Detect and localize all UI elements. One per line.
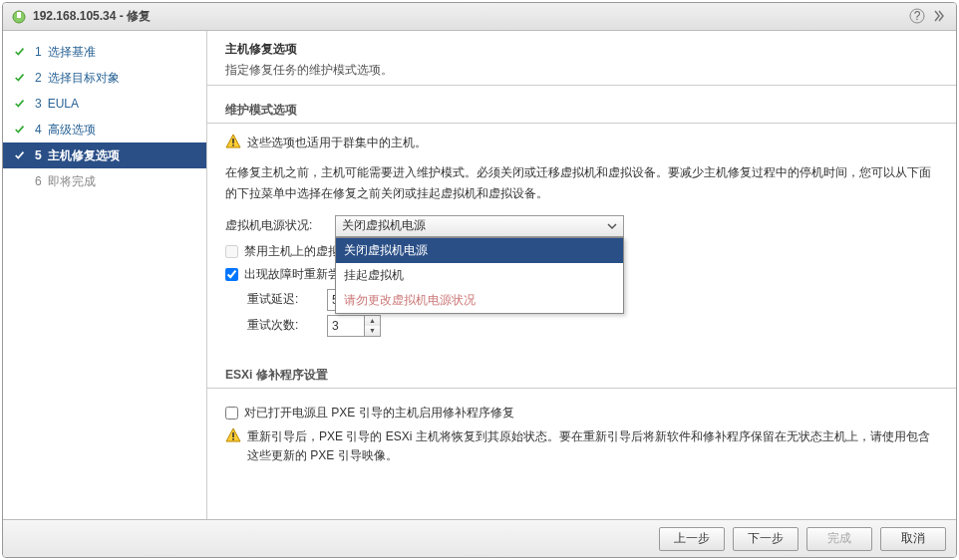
pxe-warning-text: 重新引导后，PXE 引导的 ESXi 主机将恢复到其原始状态。要在重新引导后将新… [247, 427, 938, 465]
check-icon [13, 174, 27, 188]
retry-count-input[interactable] [327, 315, 365, 337]
step-label: 主机修复选项 [48, 147, 120, 164]
check-icon [13, 148, 27, 162]
retry-count-label: 重试次数: [247, 317, 327, 334]
retry-delay-label: 重试延迟: [247, 291, 327, 308]
power-option[interactable]: 关闭虚拟机电源 [336, 238, 623, 263]
pxe-patch-checkbox[interactable] [225, 407, 238, 420]
help-button[interactable]: ? [908, 8, 926, 26]
step-label: 高级选项 [48, 122, 96, 139]
page-subtitle: 指定修复任务的维护模式选项。 [225, 62, 938, 79]
svg-rect-6 [232, 432, 234, 437]
power-state-dropdown[interactable]: 关闭虚拟机电源 关闭虚拟机电源挂起虚拟机请勿更改虚拟机电源状况 [335, 215, 624, 237]
power-state-options: 关闭虚拟机电源挂起虚拟机请勿更改虚拟机电源状况 [335, 237, 624, 314]
check-icon [13, 45, 27, 59]
spin-up-icon[interactable]: ▲ [365, 316, 380, 326]
app-icon [11, 9, 27, 25]
check-icon [13, 71, 27, 85]
wizard-step-1[interactable]: 1选择基准 [3, 39, 206, 65]
titlebar: 192.168.105.34 - 修复 ? [3, 3, 956, 31]
retry-count-spinner[interactable]: ▲▼ [327, 315, 381, 337]
back-button[interactable]: 上一步 [659, 527, 725, 551]
warning-icon [225, 134, 241, 149]
svg-text:?: ? [914, 9, 921, 23]
step-label: 即将完成 [48, 173, 96, 190]
wizard-step-4[interactable]: 4高级选项 [3, 117, 206, 142]
power-option[interactable]: 请勿更改虚拟机电源状况 [336, 288, 623, 313]
wizard-steps: 1选择基准2选择目标对象3EULA4高级选项5主机修复选项6即将完成 [3, 31, 207, 519]
maintenance-group-title: 维护模式选项 [207, 86, 956, 124]
wizard-step-5[interactable]: 5主机修复选项 [3, 142, 206, 168]
power-state-label: 虚拟机电源状况: [225, 217, 335, 234]
cluster-note: 这些选项也适用于群集中的主机。 [247, 134, 427, 152]
chevron-down-icon [607, 221, 617, 231]
pxe-patch-label: 对已打开电源且 PXE 引导的主机启用修补程序修复 [244, 405, 514, 421]
wizard-step-6: 6即将完成 [3, 168, 206, 194]
svg-rect-7 [232, 438, 234, 440]
step-label: 选择基准 [48, 44, 96, 61]
power-state-selected: 关闭虚拟机电源 [342, 217, 607, 234]
svg-rect-4 [232, 139, 234, 143]
retry-on-fail-checkbox[interactable] [225, 268, 238, 281]
check-icon [13, 97, 27, 111]
page-title: 主机修复选项 [225, 41, 938, 58]
maintenance-description: 在修复主机之前，主机可能需要进入维护模式。必须关闭或迁移虚拟机和虚拟设备。要减少… [225, 162, 938, 203]
power-option[interactable]: 挂起虚拟机 [336, 263, 623, 288]
cancel-button[interactable]: 取消 [880, 527, 946, 551]
footer: 上一步 下一步 完成 取消 [3, 519, 956, 557]
window-title: 192.168.105.34 - 修复 [33, 8, 904, 25]
warning-icon [225, 427, 241, 443]
wizard-step-2[interactable]: 2选择目标对象 [3, 65, 206, 91]
wizard-step-3[interactable]: 3EULA [3, 91, 206, 117]
step-label: EULA [48, 97, 79, 111]
svg-rect-5 [232, 144, 234, 146]
expand-button[interactable] [930, 8, 948, 26]
disable-devices-checkbox [225, 245, 238, 258]
finish-button: 完成 [806, 527, 872, 551]
check-icon [13, 123, 27, 137]
step-label: 选择目标对象 [48, 70, 120, 87]
next-button[interactable]: 下一步 [733, 527, 799, 551]
spin-down-icon[interactable]: ▼ [365, 326, 380, 336]
main-panel: 主机修复选项 指定修复任务的维护模式选项。 维护模式选项 这些选项也适用于群集中… [207, 31, 956, 519]
esxi-group-title: ESXi 修补程序设置 [207, 351, 956, 389]
svg-rect-1 [17, 12, 21, 18]
